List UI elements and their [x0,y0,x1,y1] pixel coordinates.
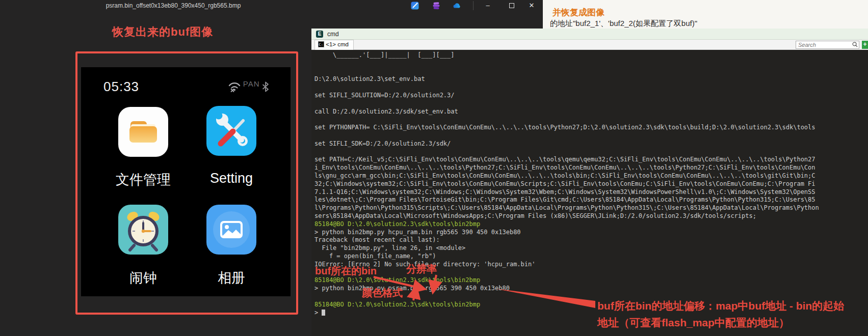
album-app-icon [206,205,256,255]
new-console-button[interactable]: + [862,41,868,49]
terminal-line: call D:/2.0/solution2.3/sdk/set_env.bat [314,108,868,116]
terminal-line: > python bin2bmp.py hcpu_ram.bin rgb565 … [314,229,868,237]
terminal-line [314,68,868,76]
console-icon: C: [318,41,324,47]
app-label: 闹钟 [102,269,184,287]
terminal-line: D:\2.0\solution2.3\set_env.bat [314,75,868,83]
close-button[interactable]: ✕ [525,0,538,11]
app-label: 文件管理 [102,171,184,189]
terminal-line: Traceback (most recent call last): [314,236,868,244]
terminal-line: 7.1.1-Q16;C:\Windows\system32;C:\Windows… [314,188,868,197]
alarm-clock-icon [118,205,168,255]
file-manager-app-icon [118,107,168,157]
terminal-line [314,83,868,92]
terminal-line: IOError: [Errno 2] No such file or direc… [314,261,868,269]
terminal-line: sers\85184\AppData\Local\Microsoft\Windo… [314,212,868,220]
terminal-line [314,100,868,108]
terminal-line: l\Programs\Python\Python315\Scripts\;C:\… [314,204,868,212]
onedrive-icon[interactable] [453,2,461,10]
minimize-button[interactable]: – [481,0,494,11]
terminal-line: 85184@BO D:\2.0\solution2.3\sdk\tools\bi… [314,276,868,285]
annotation-bin-label: buf所在的bin [315,264,377,278]
terminal-line [314,269,868,277]
terminal-line: File "bin2bmp.py", line 26, in <module> [314,244,868,253]
terminal-line [314,60,868,68]
recovered-buf-heading: 恢复出来的buf图像 [112,24,213,40]
folder-icon [118,107,168,157]
terminal-line: les\dotnet\;C:\Program Files\TortoiseGit… [314,196,868,204]
terminal-line: set SIFLI_SDK=D:/2.0/solution2.3/sdk/ [314,140,868,148]
terminal-line [314,132,868,140]
edit-image-icon[interactable] [411,2,419,10]
wifi-off-icon [228,81,241,93]
terminal-line: i_Env\tools\ConEmu\ConEmu\..\..\..\tools… [314,164,868,172]
phone-clock: 05:33 [103,79,139,95]
photo-icon [206,205,256,255]
annotation-offset-note: buf所在bin的地址偏移：map中buf地址 - bin的起始 地址（可查看f… [597,297,844,331]
alarm-app-icon [118,205,168,255]
terminal-line [314,116,868,124]
photo-viewer-titlebar: psram.bin_offset0x13eb80_390x450_rgb565.… [0,0,543,11]
search-icon[interactable] [852,42,858,47]
setting-app-icon [206,106,256,156]
terminal-line: set PYTHONPATH= C:\SiFli_Env\tools\ConEm… [314,124,868,132]
app-label: Setting [191,171,272,186]
phone-status-icons: PAN [228,81,269,93]
annotation-offset-note-line1: buf所在bin的地址偏移：map中buf地址 - bin的起始 [597,297,844,314]
clipchamp-icon[interactable] [432,2,440,10]
toolbar-separator [473,1,474,10]
terminal-line: set SIFLI_SOLUTION=D:/2.0/solution2.3/ [314,92,868,100]
terminal-line: ls\gnu_gcc\arm_gcc\bin;C:\SiFli_Env\tool… [314,172,868,180]
conemu-icon: E [316,31,323,38]
terminal-cursor [322,310,325,316]
annotation-offset-note-line2: 地址（可查看flash_map中配置的地址） [597,314,844,331]
bluetooth-icon [262,81,269,92]
cmd-window-title: cmd [327,31,339,38]
terminal-line: \______.'[___]|_____| [___][___] [314,51,868,60]
svg-text:C:: C: [319,43,323,47]
doc-body-text: 的地址"buf2_1'、'buf2_2(如果配置了双buf)" [550,19,697,29]
cmd-tabbar: C: <1> cmd + [311,40,868,50]
cmd-titlebar[interactable]: E cmd [311,29,868,40]
terminal-line: 32;C:\Windows\system32;C:\SiFli_Env\tool… [314,180,868,188]
search-input[interactable] [796,41,859,49]
annotation-resolution-label: 分辨率 [406,262,437,276]
terminal-line: f = open(bin_file_name, "rb") [314,253,868,261]
annotation-color-format-label: 颜色格式 [362,286,403,300]
terminal-line: set PATH=C:/Keil_v5;C:\SiFli_Env\tools\C… [314,156,868,164]
tools-icon [206,106,256,156]
pan-indicator: PAN [243,79,260,88]
tab-cmd[interactable]: C: <1> cmd [314,40,354,50]
tab-label: <1> cmd [326,41,349,47]
app-label: 相册 [191,269,272,287]
terminal-line: 85184@BO D:\2.0\solution2.3\sdk\tools\bi… [314,220,868,229]
doc-orange-text: 并恢复成图像 [553,7,604,18]
terminal-line [314,148,868,156]
image-filename: psram.bin_offset0x13eb80_390x450_rgb565.… [92,2,255,9]
recovered-bmp-image: 05:33 PAN [81,67,291,296]
maximize-button[interactable] [509,3,514,8]
